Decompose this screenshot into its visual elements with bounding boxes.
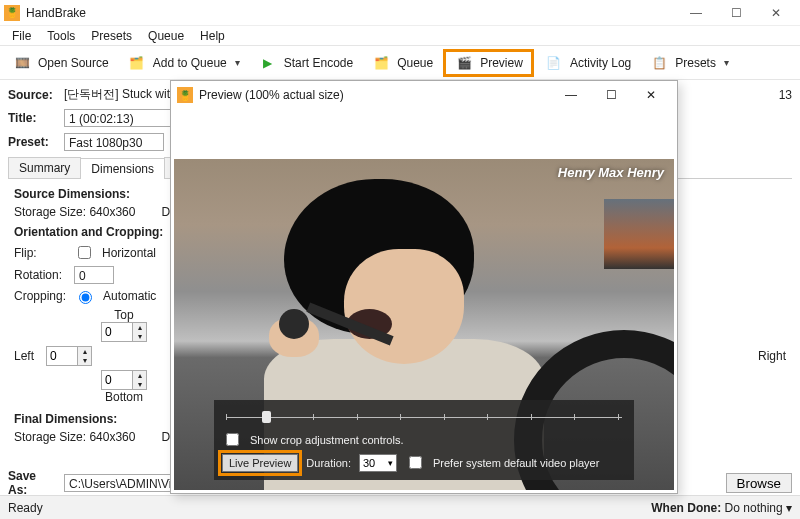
save-as-label: Save As:	[8, 469, 58, 497]
menu-help[interactable]: Help	[192, 27, 233, 45]
preview-maximize-button[interactable]: ☐	[591, 88, 631, 102]
duration-label: Duration:	[306, 457, 351, 469]
statusbar: Ready When Done: Do nothing ▾	[0, 495, 800, 519]
person-mouth	[347, 309, 392, 339]
add-queue-label: Add to Queue	[153, 56, 227, 70]
status-ready: Ready	[8, 501, 43, 515]
crop-bottom-stepper[interactable]: ▴▾	[101, 370, 147, 390]
prefer-default-label: Prefer system default video player	[433, 457, 599, 469]
save-as-value: C:\Users\ADMIN\Vide	[69, 477, 185, 491]
queue-icon: 🗂️	[371, 53, 391, 73]
duration-dropdown[interactable]: 30 ▾	[359, 454, 397, 472]
source-storage: Storage Size: 640x360	[14, 205, 135, 219]
toolbar: 🎞️ Open Source 🗂️ Add to Queue ▾ ▶ Start…	[0, 46, 800, 80]
log-icon: 📄	[544, 53, 564, 73]
preset-label: Preset:	[8, 135, 58, 149]
person-face	[344, 249, 464, 364]
flip-horizontal-checkbox[interactable]	[78, 246, 91, 259]
preview-title: Preview (100% actual size)	[199, 88, 551, 102]
preset-dropdown[interactable]: Fast 1080p30 (Modi...	[64, 133, 164, 151]
presets-icon: 📋	[649, 53, 669, 73]
chevron-down-icon: ▾	[388, 458, 393, 468]
queue-label: Queue	[397, 56, 433, 70]
when-done-value: Do nothing	[725, 501, 783, 515]
duration-value: 30	[363, 457, 375, 469]
person-hair	[284, 179, 474, 334]
final-storage: Storage Size: 640x360	[14, 430, 135, 444]
title-dropdown[interactable]: 1 (00:02:13)	[64, 109, 184, 127]
close-button[interactable]: ✕	[756, 0, 796, 26]
crop-left-value[interactable]	[47, 347, 77, 365]
play-icon: ▶	[258, 53, 278, 73]
add-queue-icon: 🗂️	[127, 53, 147, 73]
add-queue-button[interactable]: 🗂️ Add to Queue ▾	[119, 49, 248, 77]
live-preview-button[interactable]: Live Preview	[222, 454, 298, 472]
slider-thumb[interactable]	[262, 411, 271, 423]
menu-tools[interactable]: Tools	[39, 27, 83, 45]
chevron-down-icon: ▾	[235, 57, 240, 68]
open-source-button[interactable]: 🎞️ Open Source	[4, 49, 117, 77]
tab-dimensions[interactable]: Dimensions	[80, 158, 165, 179]
queue-button[interactable]: 🗂️ Queue	[363, 49, 441, 77]
prefer-default-checkbox[interactable]	[409, 456, 422, 469]
when-done-dropdown[interactable]: Do nothing ▾	[725, 501, 792, 515]
menu-presets[interactable]: Presets	[83, 27, 140, 45]
film-icon: 🎞️	[12, 53, 32, 73]
menu-file[interactable]: File	[4, 27, 39, 45]
when-done-label: When Done:	[651, 501, 721, 515]
maximize-button[interactable]: ☐	[716, 0, 756, 26]
presets-button[interactable]: 📋 Presets ▾	[641, 49, 737, 77]
preview-titlebar: 🍍 Preview (100% actual size) — ☐ ✕	[171, 81, 677, 109]
titlebar: 🍍 HandBrake — ☐ ✕	[0, 0, 800, 26]
source-trailing: 13	[779, 88, 792, 102]
preview-window: 🍍 Preview (100% actual size) — ☐ ✕ Henry…	[170, 80, 678, 494]
menu-queue[interactable]: Queue	[140, 27, 192, 45]
crop-top-value[interactable]	[102, 323, 132, 341]
person-hand	[269, 317, 319, 357]
app-icon: 🍍	[177, 87, 193, 103]
app-icon: 🍍	[4, 5, 20, 21]
show-crop-checkbox[interactable]	[226, 433, 239, 446]
show-crop-label: Show crop adjustment controls.	[250, 434, 403, 446]
start-encode-label: Start Encode	[284, 56, 353, 70]
crop-left-stepper[interactable]: ▴▾	[46, 346, 92, 366]
browse-button[interactable]: Browse	[726, 473, 792, 493]
rotation-label: Rotation:	[14, 268, 66, 282]
microphone-icon	[279, 309, 309, 339]
preview-slider[interactable]	[226, 410, 622, 424]
preview-close-button[interactable]: ✕	[631, 88, 671, 102]
preview-button[interactable]: 🎬 Preview	[443, 49, 534, 77]
title-label: Title:	[8, 111, 58, 125]
crop-right-label: Right	[758, 349, 786, 363]
crop-top-stepper[interactable]: ▴▾	[101, 322, 147, 342]
activity-log-button[interactable]: 📄 Activity Log	[536, 49, 639, 77]
preview-watermark: Henry Max Henry	[558, 165, 664, 180]
preview-label: Preview	[480, 56, 523, 70]
preview-minimize-button[interactable]: —	[551, 88, 591, 102]
background-skyline	[604, 199, 674, 269]
preset-value: Fast 1080p30 (Modi...	[69, 136, 142, 151]
app-title: HandBrake	[26, 6, 676, 20]
crop-bottom-value[interactable]	[102, 371, 132, 389]
chevron-down-icon: ▾	[724, 57, 729, 68]
preview-icon: 🎬	[454, 53, 474, 73]
start-encode-button[interactable]: ▶ Start Encode	[250, 49, 361, 77]
flip-horizontal-label: Horizontal	[102, 246, 156, 260]
source-label: Source:	[8, 88, 58, 102]
minimize-button[interactable]: —	[676, 0, 716, 26]
preview-controls: Show crop adjustment controls. Live Prev…	[214, 400, 634, 480]
open-source-label: Open Source	[38, 56, 109, 70]
cropping-auto-radio[interactable]	[79, 291, 92, 304]
cropping-auto-label: Automatic	[103, 289, 156, 303]
title-value: 1 (00:02:13)	[69, 112, 134, 126]
tab-summary[interactable]: Summary	[8, 157, 81, 178]
crop-left-label: Left	[14, 349, 38, 363]
preview-image: Henry Max Henry	[174, 159, 674, 490]
presets-label: Presets	[675, 56, 716, 70]
crop-bottom-label: Bottom	[94, 390, 154, 404]
flip-label: Flip:	[14, 246, 66, 260]
activity-log-label: Activity Log	[570, 56, 631, 70]
rotation-dropdown[interactable]: 0	[74, 266, 114, 284]
cropping-label: Cropping:	[14, 289, 66, 303]
crop-top-label: Top	[94, 308, 154, 322]
